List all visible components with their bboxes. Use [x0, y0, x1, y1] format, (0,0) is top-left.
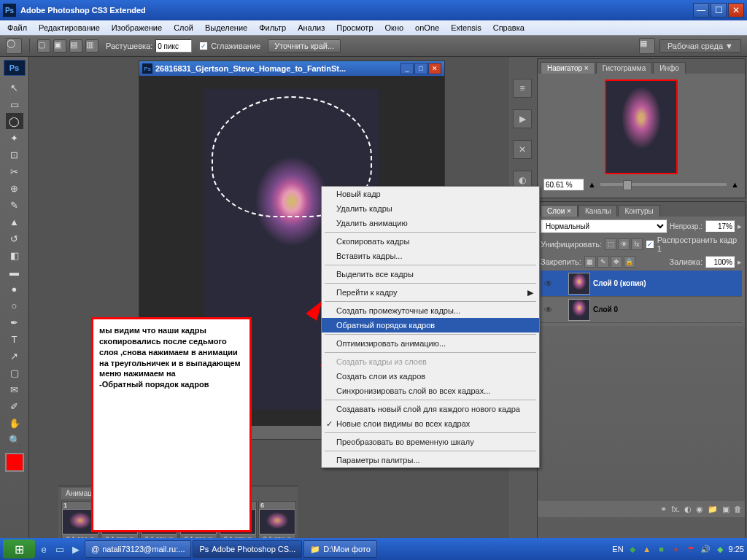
- opacity-input[interactable]: [705, 220, 735, 232]
- antialias-checkbox[interactable]: ✓: [199, 42, 208, 50]
- taskbar-task[interactable]: 📁D:\Мои фото: [303, 540, 377, 558]
- workspace-selector[interactable]: Рабочая среда ▼: [659, 39, 741, 52]
- context-item[interactable]: Удалить анимацию: [322, 216, 539, 230]
- new-layer-icon[interactable]: ▣: [722, 505, 729, 514]
- menu-слой[interactable]: Слой: [169, 22, 198, 34]
- type-tool[interactable]: T: [6, 331, 23, 347]
- hand-tool[interactable]: ✋: [6, 415, 23, 431]
- menu-окно[interactable]: Окно: [381, 22, 409, 34]
- eraser-tool[interactable]: ◧: [6, 247, 23, 263]
- context-item[interactable]: Параметры палитры...: [322, 453, 539, 467]
- context-item[interactable]: Создать слои из кадров: [322, 369, 539, 384]
- selection-add-icon[interactable]: ▣: [53, 39, 66, 52]
- layer-row[interactable]: 👁Слой 0: [541, 297, 742, 323]
- layer-row[interactable]: 👁Слой 0 (копия): [541, 271, 742, 297]
- navigator-tab-1[interactable]: Гистограмма: [596, 62, 653, 74]
- lasso-tool-icon[interactable]: ◯: [6, 38, 22, 54]
- language-indicator[interactable]: EN: [612, 545, 623, 553]
- zoom-out-icon[interactable]: ▲: [588, 180, 596, 189]
- quicklaunch-media-icon[interactable]: ▶: [69, 542, 83, 556]
- menu-onone[interactable]: onOne: [411, 22, 444, 34]
- selection-sub-icon[interactable]: ▤: [69, 39, 82, 52]
- context-item[interactable]: Обратный порядок кадров: [322, 318, 539, 332]
- layer-mask-icon[interactable]: ◐: [684, 505, 692, 514]
- notes-tool[interactable]: ✉: [6, 381, 23, 397]
- move-tool[interactable]: ↖: [6, 79, 23, 96]
- maximize-button[interactable]: ☐: [711, 3, 727, 18]
- doc-maximize-button[interactable]: □: [414, 63, 427, 74]
- close-button[interactable]: ✕: [728, 3, 744, 18]
- lock-pixels-icon[interactable]: ✎: [597, 256, 609, 268]
- context-item[interactable]: Оптимизировать анимацию...: [322, 336, 539, 351]
- fill-input[interactable]: [705, 256, 735, 268]
- layers-tab-0[interactable]: Слои ×: [541, 205, 578, 217]
- context-item[interactable]: Перейти к кадру▶: [322, 285, 539, 300]
- quicklaunch-desktop-icon[interactable]: ▭: [53, 542, 67, 556]
- tray-icon[interactable]: ◆: [714, 543, 726, 555]
- layer-thumbnail[interactable]: [568, 299, 590, 321]
- tray-icon[interactable]: ▲: [641, 543, 653, 555]
- context-item[interactable]: Скопировать кадры: [322, 234, 539, 249]
- wand-tool[interactable]: ✦: [6, 130, 23, 146]
- shape-tool[interactable]: ▢: [6, 365, 23, 381]
- navigator-tab-0[interactable]: Навигатор ×: [541, 62, 595, 74]
- path-tool[interactable]: ↗: [6, 348, 23, 364]
- menu-изображение[interactable]: Изображение: [107, 22, 166, 34]
- stamp-tool[interactable]: ▲: [6, 214, 23, 230]
- context-item[interactable]: Преобразовать во временную шкалу: [322, 435, 539, 449]
- tray-icon[interactable]: ■: [656, 543, 667, 555]
- context-item[interactable]: Новый кадр: [322, 187, 539, 201]
- adjustment-layer-icon[interactable]: ◉: [696, 505, 703, 514]
- navigator-zoom-input[interactable]: [543, 179, 584, 190]
- layer-thumbnail[interactable]: [568, 273, 590, 295]
- layer-style-icon[interactable]: fx.: [671, 505, 680, 513]
- refine-edge-button[interactable]: Уточнить край...: [268, 39, 341, 52]
- taskbar-task[interactable]: PsAdobe Photoshop CS...: [193, 540, 302, 558]
- animation-frame-6[interactable]: 60,1 сек. ▾: [258, 501, 296, 543]
- context-item[interactable]: Выделить все кадры: [322, 267, 539, 281]
- navigator-tab-2[interactable]: Инфо: [653, 62, 686, 74]
- feather-input[interactable]: [155, 39, 192, 52]
- doc-minimize-button[interactable]: _: [400, 63, 414, 74]
- selection-intersect-icon[interactable]: ▥: [85, 39, 98, 52]
- lock-position-icon[interactable]: ✥: [611, 256, 622, 268]
- heal-tool[interactable]: ⊕: [6, 180, 23, 196]
- dodge-tool[interactable]: ○: [6, 298, 23, 314]
- pen-tool[interactable]: ✒: [6, 314, 23, 330]
- layers-tab-1[interactable]: Каналы: [578, 205, 618, 217]
- menu-справка[interactable]: Справка: [489, 22, 529, 34]
- clock[interactable]: 9:25: [729, 545, 744, 553]
- context-item[interactable]: Создавать новый слой для каждого нового …: [322, 402, 539, 416]
- tray-icon[interactable]: ☂: [685, 543, 697, 555]
- quicklaunch-ie-icon[interactable]: e: [36, 542, 51, 556]
- menu-выделение[interactable]: Выделение: [201, 22, 252, 34]
- layers-tab-2[interactable]: Контуры: [618, 205, 659, 217]
- lock-all-icon[interactable]: 🔒: [624, 256, 635, 268]
- menu-extensis[interactable]: Extensis: [446, 22, 486, 34]
- unify-style-icon[interactable]: fx: [631, 238, 643, 250]
- unify-visibility-icon[interactable]: 👁: [618, 238, 630, 250]
- history-brush-tool[interactable]: ↺: [6, 230, 23, 246]
- link-layers-icon[interactable]: ⚭: [660, 505, 667, 514]
- actions-panel-icon[interactable]: ▶: [513, 109, 532, 128]
- visibility-eye-icon[interactable]: 👁: [542, 277, 555, 290]
- selection-new-icon[interactable]: ▢: [37, 39, 50, 52]
- zoom-in-icon[interactable]: ▲: [731, 180, 739, 189]
- lasso-tool[interactable]: ◯: [6, 113, 23, 129]
- navigator-thumbnail[interactable]: [605, 79, 678, 174]
- menu-фильтр[interactable]: Фильтр: [255, 22, 290, 34]
- context-item[interactable]: Синхронизировать слой во всех кадрах...: [322, 384, 539, 398]
- taskbar-task[interactable]: @natali73123@mail.ru:...: [85, 540, 191, 558]
- tool-presets-icon[interactable]: ✕: [513, 140, 532, 159]
- document-titlebar[interactable]: Ps 26816831_Gjertson_Steve_Homage_to_Fan…: [139, 61, 444, 76]
- eyedropper-tool[interactable]: ✐: [6, 398, 23, 414]
- start-button[interactable]: ⊞: [3, 540, 35, 559]
- blend-mode-select[interactable]: Нормальный: [541, 219, 667, 233]
- doc-close-button[interactable]: ✕: [428, 63, 441, 74]
- propagate-checkbox[interactable]: ✓: [646, 240, 654, 249]
- delete-layer-icon[interactable]: 🗑: [734, 505, 742, 513]
- context-item[interactable]: Новые слои видимы во всех кадрах✓: [322, 416, 539, 431]
- blur-tool[interactable]: ●: [6, 281, 23, 297]
- unify-position-icon[interactable]: ⬚: [605, 238, 616, 250]
- lock-transparency-icon[interactable]: ▦: [584, 256, 596, 268]
